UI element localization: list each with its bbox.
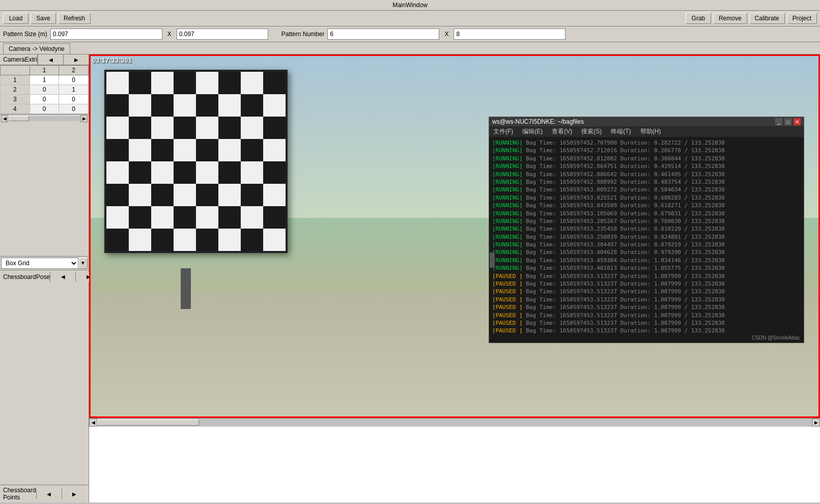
cell-col2: 0 bbox=[59, 75, 89, 85]
chess-cell bbox=[241, 139, 263, 161]
scroll-left-arrow[interactable]: ◀ bbox=[1, 115, 8, 122]
cell-col2: 1 bbox=[59, 85, 89, 95]
scroll-thumb[interactable] bbox=[9, 116, 29, 121]
terminal-menu-item[interactable]: 文件(F) bbox=[491, 127, 515, 136]
terminal-maximize-button[interactable]: □ bbox=[784, 118, 791, 125]
terminal-line: [RUNNING] Bag Time: 1650597453.304497 Du… bbox=[492, 241, 801, 248]
chess-cell bbox=[174, 184, 196, 206]
term-status: [RUNNING] bbox=[492, 171, 523, 178]
chess-cell bbox=[106, 161, 129, 184]
table-row: 4 0 0 bbox=[1, 104, 89, 114]
table-scrollbar: ◀ ▶ bbox=[0, 114, 89, 122]
chess-cell bbox=[218, 72, 241, 94]
scroll-right-arrow[interactable]: ▶ bbox=[80, 115, 88, 122]
term-text: Bag Time: 1650597453.513237 Duration: 1.… bbox=[526, 288, 725, 295]
term-status: [PAUSED ] bbox=[492, 273, 523, 279]
pattern-number-y-input[interactable] bbox=[454, 29, 565, 40]
chessboard-display bbox=[104, 70, 288, 253]
chess-cell bbox=[151, 229, 174, 251]
term-text: Bag Time: 1650597453.404628 Duration: 0.… bbox=[526, 249, 725, 256]
grab-button[interactable]: Grab bbox=[686, 13, 711, 24]
term-status: [RUNNING] bbox=[492, 249, 523, 256]
table-title: CameraExtrinsicMat bbox=[0, 54, 38, 65]
table-row: 1 1 0 bbox=[1, 75, 89, 85]
box-grid-dropdown-arrow[interactable]: ▼ bbox=[78, 258, 88, 269]
title-bar: MainWindow bbox=[0, 0, 820, 11]
term-status: [PAUSED ] bbox=[492, 327, 523, 334]
watermark: CSDN @SmolieAtlas bbox=[752, 335, 800, 341]
chess-cell bbox=[106, 117, 129, 139]
term-status: [PAUSED ] bbox=[492, 312, 523, 319]
terminal-menu-item[interactable]: 编辑(E) bbox=[520, 127, 545, 136]
terminal-menu-item[interactable]: 搜索(S) bbox=[579, 127, 604, 136]
chess-cell bbox=[151, 117, 174, 139]
table-nav-left[interactable]: ◀ bbox=[38, 54, 63, 65]
load-button[interactable]: Load bbox=[3, 13, 29, 24]
scroll-right[interactable]: ▶ bbox=[812, 418, 820, 427]
chess-cell bbox=[129, 72, 151, 94]
chess-cell bbox=[174, 117, 196, 139]
table-section: CameraExtrinsicMat ◀ ▶ 1 2 1 1 0 2 0 bbox=[0, 54, 89, 256]
chess-cell bbox=[174, 229, 196, 251]
pattern-size-y-input[interactable] bbox=[177, 29, 268, 40]
terminal-close-button[interactable]: ✕ bbox=[794, 118, 801, 125]
table-row: 3 0 0 bbox=[1, 95, 89, 104]
terminal-line: [RUNNING] Bag Time: 1650597453.009272 Du… bbox=[492, 186, 801, 193]
chess-cell bbox=[263, 94, 286, 117]
terminal-line: [RUNNING] Bag Time: 1650597452.864751 Du… bbox=[492, 162, 801, 170]
refresh-button[interactable]: Refresh bbox=[58, 13, 91, 24]
project-button[interactable]: Project bbox=[787, 13, 817, 24]
term-text: Bag Time: 1650597453.105069 Duration: 0.… bbox=[526, 210, 725, 217]
chess-cell bbox=[106, 72, 129, 94]
terminal-scrollbar[interactable] bbox=[490, 253, 495, 268]
term-status: [RUNNING] bbox=[492, 186, 523, 193]
term-text: Bag Time: 1650597453.513237 Duration: 1.… bbox=[526, 320, 725, 326]
term-status: [RUNNING] bbox=[492, 226, 523, 232]
scroll-thumb[interactable] bbox=[97, 419, 199, 426]
term-status: [RUNNING] bbox=[492, 179, 523, 185]
terminal-line: [PAUSED ] Bag Time: 1650597453.513237 Du… bbox=[492, 280, 801, 288]
pattern-size-x-input[interactable] bbox=[50, 29, 162, 40]
terminal-menu-item[interactable]: 终端(T) bbox=[609, 127, 633, 136]
chess-cell bbox=[129, 139, 151, 161]
camera-velodyne-tab[interactable]: Camera -> Velodyne bbox=[3, 43, 70, 54]
chess-cell bbox=[196, 117, 218, 139]
term-status: [RUNNING] bbox=[492, 210, 523, 217]
toolbar-right: Grab Remove Calibrate Project bbox=[686, 13, 817, 24]
terminal-title: ws@ws-NUC7I5DNKE: ~/bagfiles bbox=[492, 118, 584, 125]
table-nav-right[interactable]: ▶ bbox=[63, 54, 89, 65]
box-grid-select[interactable]: Box Grid bbox=[1, 258, 78, 269]
bottom-scrollbar: ◀ ▶ bbox=[89, 418, 820, 426]
row-number: 1 bbox=[1, 75, 30, 85]
chessboard-points-left[interactable]: ◀ bbox=[36, 489, 62, 499]
terminal-menu-item[interactable]: 帮助(H) bbox=[638, 127, 663, 136]
term-status: [RUNNING] bbox=[492, 155, 523, 162]
terminal-line: [RUNNING] Bag Time: 1650597453.481013 Du… bbox=[492, 264, 801, 272]
terminal-line: [RUNNING] Bag Time: 1650597452.908992 Du… bbox=[492, 178, 801, 186]
cell-col2: 0 bbox=[59, 95, 89, 104]
chess-cell bbox=[196, 184, 218, 206]
terminal-menu-item[interactable]: 查看(V) bbox=[550, 127, 574, 136]
pattern-number-x-input[interactable] bbox=[327, 29, 439, 40]
chessboard-points-right[interactable]: ▶ bbox=[62, 489, 87, 499]
calibrate-button[interactable]: Calibrate bbox=[749, 13, 785, 24]
terminal-minimize-button[interactable]: _ bbox=[775, 118, 782, 125]
chess-cell bbox=[196, 206, 218, 229]
chess-cell bbox=[174, 206, 196, 229]
chess-cell bbox=[196, 161, 218, 184]
scroll-left[interactable]: ◀ bbox=[89, 418, 97, 427]
chessboard-pose-left[interactable]: ◀ bbox=[50, 272, 75, 282]
window-title: MainWindow bbox=[392, 2, 428, 9]
chess-cell bbox=[151, 72, 174, 94]
chess-cell bbox=[196, 94, 218, 117]
term-text: Bag Time: 1650597452.864751 Duration: 0.… bbox=[526, 163, 725, 170]
chessboard-points-row: Chessboard Points ◀ ▶ bbox=[0, 485, 89, 502]
save-button[interactable]: Save bbox=[31, 13, 56, 24]
chess-cell bbox=[241, 184, 263, 206]
cell-col1: 0 bbox=[30, 104, 59, 114]
chess-cell bbox=[263, 229, 286, 251]
chess-grid bbox=[106, 72, 286, 251]
terminal-line: [RUNNING] Bag Time: 1650597453.459384 Du… bbox=[492, 257, 801, 264]
remove-button[interactable]: Remove bbox=[713, 13, 747, 24]
term-text: Bag Time: 1650597453.513237 Duration: 1.… bbox=[526, 296, 725, 303]
